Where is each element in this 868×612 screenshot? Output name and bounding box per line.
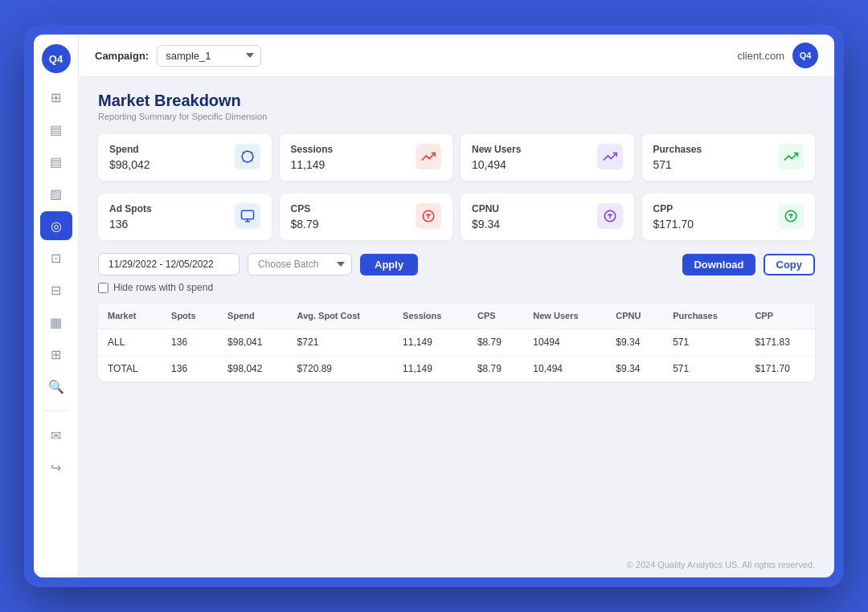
sidebar-item-campaigns[interactable]: ▤ — [40, 147, 72, 176]
col-spend: Spend — [218, 303, 288, 329]
hide-zero-label[interactable]: Hide rows with 0 spend — [113, 282, 213, 293]
campaign-select[interactable]: sample_1 sample_2 — [157, 45, 261, 67]
apply-button[interactable]: Apply — [360, 254, 418, 275]
metric-card-ad-spots: Ad Spots 136 — [98, 194, 272, 240]
metric-info-purchases: Purchases 571 — [653, 144, 702, 171]
table-row: ALL136$98,041$72111,149$8.7910494$9.3457… — [98, 329, 815, 356]
col-market: Market — [98, 303, 162, 329]
metric-card-cpnu: CPNU $9.34 — [461, 194, 634, 240]
cell-0-2: $98,041 — [218, 329, 288, 356]
sidebar-item-mail[interactable]: ✉ — [40, 421, 72, 450]
metric-info-cpp: CPP $171.70 — [653, 203, 694, 231]
cell-0-7: $9.34 — [606, 329, 663, 356]
metric-label-cpp: CPP — [653, 203, 694, 214]
footer-text: © 2024 Quality Analytics US. All rights … — [627, 560, 815, 569]
cps-icon — [416, 203, 441, 229]
metric-info-cpnu: CPNU $9.34 — [472, 203, 500, 231]
metric-value-spend: $98,042 — [109, 158, 150, 171]
cell-1-9: $171.70 — [745, 356, 815, 382]
sidebar: Q4 ⊞ ▤ ▤ ▨ ◎ ⊡ ⊟ ▦ ⊞ 🔍 ✉ ↪ — [34, 35, 79, 577]
sidebar-item-dashboard[interactable]: ⊞ — [40, 83, 72, 112]
metric-card-new-users: New Users 10,494 — [461, 134, 634, 181]
metrics-grid-bottom: Ad Spots 136 CPS $8.79 — [98, 194, 815, 240]
svg-rect-1 — [241, 210, 253, 219]
cell-1-6: 10,494 — [523, 356, 606, 382]
spend-icon — [235, 144, 260, 169]
col-cpnu: CPNU — [606, 303, 663, 329]
sidebar-logo[interactable]: Q4 — [42, 44, 71, 73]
outer-container: Q4 ⊞ ▤ ▤ ▨ ◎ ⊡ ⊟ ▦ ⊞ 🔍 ✉ ↪ Campaign: sam… — [24, 25, 844, 587]
cell-0-8: 571 — [663, 329, 745, 356]
cell-1-7: $9.34 — [606, 356, 663, 382]
col-new-users: New Users — [523, 303, 606, 329]
app-shell: Q4 ⊞ ▤ ▤ ▨ ◎ ⊡ ⊟ ▦ ⊞ 🔍 ✉ ↪ Campaign: sam… — [34, 35, 834, 577]
metric-value-cpp: $171.70 — [653, 218, 694, 231]
date-range-input[interactable] — [98, 253, 240, 275]
table-header-row: Market Spots Spend Avg. Spot Cost Sessio… — [98, 303, 815, 329]
page-title: Market Breakdown — [98, 92, 815, 110]
sidebar-item-calendar[interactable]: ▦ — [40, 308, 72, 337]
metric-card-sessions: Sessions 11,149 — [280, 134, 453, 181]
batch-select[interactable]: Choose Batch — [248, 253, 352, 275]
metric-card-cpp: CPP $171.70 — [642, 194, 816, 240]
header-left: Campaign: sample_1 sample_2 — [95, 45, 261, 67]
sidebar-item-placements[interactable]: ⊡ — [40, 243, 72, 272]
metric-value-cps: $8.79 — [291, 218, 319, 231]
cell-1-3: $720.89 — [288, 356, 394, 382]
metric-value-cpnu: $9.34 — [472, 218, 500, 231]
sidebar-item-reports[interactable]: ▤ — [40, 115, 72, 144]
svg-point-0 — [242, 151, 253, 162]
metric-value-sessions: 11,149 — [291, 158, 334, 171]
table-body: ALL136$98,041$72111,149$8.7910494$9.3457… — [98, 329, 815, 382]
col-cps: CPS — [468, 303, 523, 329]
sidebar-item-budget[interactable]: ⊟ — [40, 275, 72, 304]
cell-1-4: 11,149 — [393, 356, 468, 382]
sidebar-item-market[interactable]: ◎ — [40, 211, 72, 240]
metric-label-cps: CPS — [291, 203, 319, 214]
cell-1-5: $8.79 — [468, 356, 523, 382]
table-head: Market Spots Spend Avg. Spot Cost Sessio… — [98, 303, 815, 329]
metric-label-sessions: Sessions — [291, 144, 334, 155]
cell-1-1: 136 — [162, 356, 218, 382]
main-panel: Campaign: sample_1 sample_2 client.com Q… — [79, 35, 834, 577]
footer: © 2024 Quality Analytics US. All rights … — [79, 552, 834, 577]
header: Campaign: sample_1 sample_2 client.com Q… — [79, 35, 834, 77]
metric-info-spend: Spend $98,042 — [109, 144, 150, 171]
sidebar-item-data[interactable]: ⊞ — [40, 340, 72, 369]
new-users-icon — [597, 144, 623, 169]
metric-label-new-users: New Users — [472, 144, 521, 155]
download-button[interactable]: Download — [682, 254, 755, 275]
client-name: client.com — [737, 50, 784, 62]
metric-label-purchases: Purchases — [653, 144, 702, 155]
sidebar-item-analytics[interactable]: ▨ — [40, 179, 72, 208]
metric-card-purchases: Purchases 571 — [642, 134, 816, 181]
metric-card-spend: Spend $98,042 — [98, 134, 272, 181]
cpnu-icon — [597, 203, 623, 229]
metric-label-cpnu: CPNU — [472, 203, 500, 214]
header-right: client.com Q4 — [737, 43, 818, 68]
cell-0-9: $171.83 — [745, 329, 815, 356]
sidebar-item-search[interactable]: 🔍 — [40, 372, 72, 401]
metric-value-ad-spots: 136 — [109, 218, 152, 231]
metrics-grid-top: Spend $98,042 Sessions 11,149 — [98, 134, 815, 181]
sessions-icon — [416, 144, 441, 169]
metric-label-ad-spots: Ad Spots — [109, 203, 152, 214]
cell-0-3: $721 — [288, 329, 394, 356]
cell-1-8: 571 — [663, 356, 745, 382]
table-container: Market Spots Spend Avg. Spot Cost Sessio… — [98, 303, 815, 381]
col-cpp: CPP — [745, 303, 815, 329]
data-table: Market Spots Spend Avg. Spot Cost Sessio… — [98, 303, 815, 381]
sidebar-item-login[interactable]: ↪ — [40, 453, 72, 482]
hide-zero-row: Hide rows with 0 spend — [98, 282, 815, 293]
purchases-icon — [778, 144, 804, 169]
metric-info-new-users: New Users 10,494 — [472, 144, 521, 171]
hide-zero-checkbox[interactable] — [98, 283, 108, 293]
cell-0-4: 11,149 — [393, 329, 468, 356]
metric-info-ad-spots: Ad Spots 136 — [109, 203, 152, 231]
metric-value-new-users: 10,494 — [472, 158, 521, 171]
page-subtitle: Reporting Summary for Specific Dimension — [98, 112, 815, 121]
copy-button[interactable]: Copy — [764, 254, 816, 275]
content: Market Breakdown Reporting Summary for S… — [79, 77, 834, 552]
metric-value-purchases: 571 — [653, 158, 702, 171]
col-avg-spot-cost: Avg. Spot Cost — [288, 303, 394, 329]
